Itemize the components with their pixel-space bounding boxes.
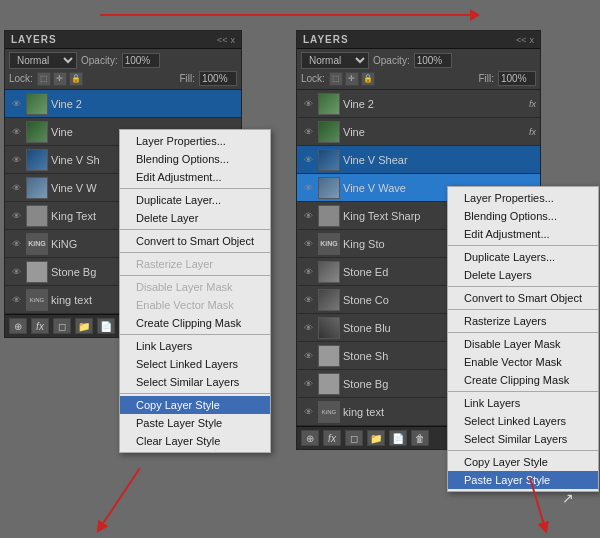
ctx-left-clear-style[interactable]: Clear Layer Style bbox=[120, 432, 270, 450]
lock-all-icon[interactable]: 🔒 bbox=[69, 72, 83, 86]
right-eye-6[interactable]: 👁 bbox=[301, 265, 315, 279]
ctx-right-select-similar[interactable]: Select Similar Layers bbox=[448, 430, 598, 448]
right-opacity-input[interactable] bbox=[414, 53, 452, 68]
right-eye-9[interactable]: 👁 bbox=[301, 349, 315, 363]
left-eye-4[interactable]: 👁 bbox=[9, 209, 23, 223]
right-new-layer[interactable]: 📄 bbox=[389, 430, 407, 446]
left-layername-0: Vine 2 bbox=[51, 98, 237, 110]
right-eye-0[interactable]: 👁 bbox=[301, 97, 315, 111]
right-eye-4[interactable]: 👁 bbox=[301, 209, 315, 223]
ctx-left-copy-style[interactable]: Copy Layer Style bbox=[120, 396, 270, 414]
right-lock-move[interactable]: ✛ bbox=[345, 72, 359, 86]
right-eye-5[interactable]: 👁 bbox=[301, 237, 315, 251]
ctx-right-edit-adjustment[interactable]: Edit Adjustment... bbox=[448, 225, 598, 243]
right-fill-input[interactable] bbox=[498, 71, 536, 86]
left-thumb-3 bbox=[26, 177, 48, 199]
lock-transparent-icon[interactable]: ⬚ bbox=[37, 72, 51, 86]
ctx-left-create-clipping[interactable]: Create Clipping Mask bbox=[120, 314, 270, 332]
right-panel-toolbar: Normal Opacity: Lock: ⬚ ✛ 🔒 Fill: bbox=[297, 49, 540, 90]
right-panel-close[interactable]: x bbox=[530, 35, 535, 45]
left-eye-5[interactable]: 👁 bbox=[9, 237, 23, 251]
ctx-left-paste-style[interactable]: Paste Layer Style bbox=[120, 414, 270, 432]
left-fill-input[interactable] bbox=[199, 71, 237, 86]
ctx-left-edit-adjustment[interactable]: Edit Adjustment... bbox=[120, 168, 270, 186]
right-delete[interactable]: 🗑 bbox=[411, 430, 429, 446]
ctx-left-link-layers[interactable]: Link Layers bbox=[120, 337, 270, 355]
left-eye-3[interactable]: 👁 bbox=[9, 181, 23, 195]
right-thumb-10 bbox=[318, 373, 340, 395]
left-layer-0[interactable]: 👁 Vine 2 bbox=[5, 90, 241, 118]
right-thumb-4 bbox=[318, 205, 340, 227]
lock-move-icon[interactable]: ✛ bbox=[53, 72, 67, 86]
fx-button[interactable]: fx bbox=[31, 318, 49, 334]
left-thumb-7: KiNG bbox=[26, 289, 48, 311]
ctx-left-blending-options[interactable]: Blending Options... bbox=[120, 150, 270, 168]
new-layer-button[interactable]: 📄 bbox=[97, 318, 115, 334]
right-layername-0: Vine 2 bbox=[343, 98, 524, 110]
ctx-right-disable-mask[interactable]: Disable Layer Mask bbox=[448, 335, 598, 353]
ctx-sep-3 bbox=[120, 252, 270, 253]
ctx-right-enable-vector[interactable]: Enable Vector Mask bbox=[448, 353, 598, 371]
right-lock-transparent[interactable]: ⬚ bbox=[329, 72, 343, 86]
ctx-left-duplicate-layer[interactable]: Duplicate Layer... bbox=[120, 191, 270, 209]
new-group-button[interactable]: 📁 bbox=[75, 318, 93, 334]
left-eye-2[interactable]: 👁 bbox=[9, 153, 23, 167]
right-eye-1[interactable]: 👁 bbox=[301, 125, 315, 139]
ctx-right-create-clipping[interactable]: Create Clipping Mask bbox=[448, 371, 598, 389]
right-eye-2[interactable]: 👁 bbox=[301, 153, 315, 167]
ctx-left-delete-layer[interactable]: Delete Layer bbox=[120, 209, 270, 227]
ctx-right-copy-style[interactable]: Copy Layer Style bbox=[448, 453, 598, 471]
ctx-right-sep-6 bbox=[448, 450, 598, 451]
right-thumb-9 bbox=[318, 345, 340, 367]
right-thumb-6 bbox=[318, 261, 340, 283]
ctx-left-select-linked[interactable]: Select Linked Layers bbox=[120, 355, 270, 373]
left-lock-icons: ⬚ ✛ 🔒 bbox=[37, 72, 83, 86]
ctx-right-sep-1 bbox=[448, 245, 598, 246]
ctx-right-rasterize[interactable]: Rasterize Layers bbox=[448, 312, 598, 330]
right-layer-2[interactable]: 👁 Vine V Shear bbox=[297, 146, 540, 174]
left-eye-7[interactable]: 👁 bbox=[9, 293, 23, 307]
ctx-right-delete-layers[interactable]: Delete Layers bbox=[448, 266, 598, 284]
left-panel-close[interactable]: x bbox=[231, 35, 236, 45]
right-eye-8[interactable]: 👁 bbox=[301, 321, 315, 335]
ctx-left-select-similar[interactable]: Select Similar Layers bbox=[120, 373, 270, 391]
right-layer-1[interactable]: 👁 Vine fx bbox=[297, 118, 540, 146]
right-add-style[interactable]: ⊕ bbox=[301, 430, 319, 446]
right-lock-label: Lock: bbox=[301, 73, 325, 84]
right-fx[interactable]: fx bbox=[323, 430, 341, 446]
right-eye-3[interactable]: 👁 bbox=[301, 181, 315, 195]
left-eye-6[interactable]: 👁 bbox=[9, 265, 23, 279]
right-new-group[interactable]: 📁 bbox=[367, 430, 385, 446]
ctx-left-convert-smart[interactable]: Convert to Smart Object bbox=[120, 232, 270, 250]
right-eye-7[interactable]: 👁 bbox=[301, 293, 315, 307]
ctx-right-convert-smart[interactable]: Convert to Smart Object bbox=[448, 289, 598, 307]
ctx-right-layer-properties[interactable]: Layer Properties... bbox=[448, 189, 598, 207]
add-style-button[interactable]: ⊕ bbox=[9, 318, 27, 334]
left-eye-0[interactable]: 👁 bbox=[9, 97, 23, 111]
left-mode-select[interactable]: Normal bbox=[9, 52, 77, 69]
ctx-left-layer-properties[interactable]: Layer Properties... bbox=[120, 132, 270, 150]
ctx-right-duplicate-layers[interactable]: Duplicate Layers... bbox=[448, 248, 598, 266]
right-eye-11[interactable]: 👁 bbox=[301, 405, 315, 419]
right-layers-panel: LAYERS << x Normal Opacity: Lock: ⬚ ✛ 🔒 bbox=[296, 30, 541, 450]
right-panel-title: LAYERS bbox=[303, 34, 349, 45]
ctx-right-blending-options[interactable]: Blending Options... bbox=[448, 207, 598, 225]
ctx-right-paste-style[interactable]: Paste Layer Style bbox=[448, 471, 598, 489]
ctx-right-select-linked[interactable]: Select Linked Layers bbox=[448, 412, 598, 430]
left-panel-collapse[interactable]: << bbox=[217, 35, 228, 45]
right-layername-2: Vine V Shear bbox=[343, 154, 536, 166]
right-add-mask[interactable]: ◻ bbox=[345, 430, 363, 446]
ctx-right-link-layers[interactable]: Link Layers bbox=[448, 394, 598, 412]
right-panel-collapse[interactable]: << bbox=[516, 35, 527, 45]
left-eye-1[interactable]: 👁 bbox=[9, 125, 23, 139]
left-opacity-input[interactable] bbox=[122, 53, 160, 68]
right-layer-0[interactable]: 👁 Vine 2 fx bbox=[297, 90, 540, 118]
ctx-right-sep-2 bbox=[448, 286, 598, 287]
right-lock-all[interactable]: 🔒 bbox=[361, 72, 375, 86]
right-thumb-2 bbox=[318, 149, 340, 171]
right-eye-10[interactable]: 👁 bbox=[301, 377, 315, 391]
add-mask-button[interactable]: ◻ bbox=[53, 318, 71, 334]
right-mode-select[interactable]: Normal bbox=[301, 52, 369, 69]
left-fill-label: Fill: bbox=[179, 73, 195, 84]
left-panel-toolbar: Normal Opacity: Lock: ⬚ ✛ 🔒 Fill: bbox=[5, 49, 241, 90]
